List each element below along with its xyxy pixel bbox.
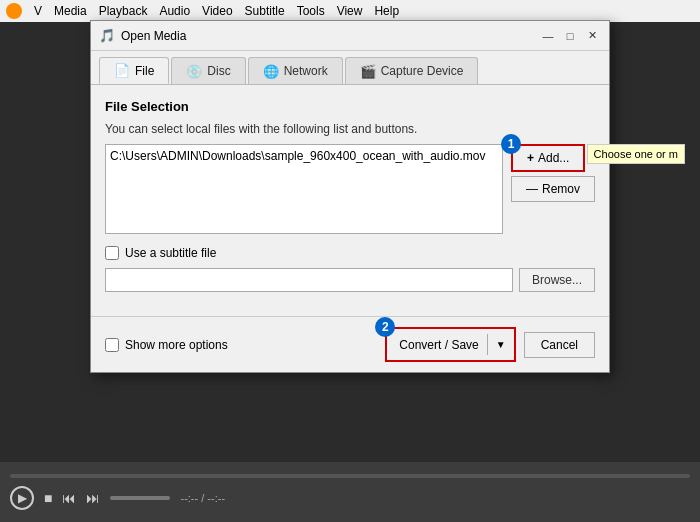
- browse-button[interactable]: Browse...: [519, 268, 595, 292]
- file-list-box[interactable]: C:\Users\ADMIN\Downloads\sample_960x400_…: [105, 144, 503, 234]
- remove-button-label: Remov: [542, 182, 580, 196]
- maximize-button[interactable]: □: [561, 27, 579, 45]
- minimize-button[interactable]: —: [539, 27, 557, 45]
- bottom-buttons: 2 Convert / Save ▼ Cancel: [385, 327, 595, 362]
- tab-disc[interactable]: 💿 Disc: [171, 57, 245, 84]
- subtitle-file-input[interactable]: [105, 268, 513, 292]
- tab-network[interactable]: 🌐 Network: [248, 57, 343, 84]
- add-button[interactable]: Add...: [511, 144, 585, 172]
- badge-1: 1: [501, 134, 521, 154]
- dialog-overlay: 🎵 Open Media — □ ✕ 📄 File 💿 Disc 🌐 Netwo…: [0, 0, 700, 522]
- file-entry: C:\Users\ADMIN\Downloads\sample_960x400_…: [110, 149, 498, 163]
- stop-button[interactable]: ■: [44, 490, 52, 506]
- next-button[interactable]: ⏭: [86, 490, 100, 506]
- convert-save-dropdown-arrow[interactable]: ▼: [487, 334, 514, 355]
- vlc-player-controls: ▶ ■ ⏮ ⏭ --:-- / --:--: [0, 462, 700, 522]
- add-btn-wrapper: 1 Add... Choose one or m: [511, 144, 595, 172]
- tab-network-label: Network: [284, 64, 328, 78]
- network-tab-icon: 🌐: [263, 64, 279, 79]
- open-media-dialog: 🎵 Open Media — □ ✕ 📄 File 💿 Disc 🌐 Netwo…: [90, 20, 610, 373]
- subtitle-file-row: Browse...: [105, 268, 595, 292]
- show-more-row: Show more options: [105, 338, 228, 352]
- section-description: You can select local files with the foll…: [105, 122, 595, 136]
- vlc-progress-bar[interactable]: [10, 474, 690, 478]
- subtitle-label-text: Use a subtitle file: [125, 246, 216, 260]
- tab-file[interactable]: 📄 File: [99, 57, 169, 84]
- subtitle-checkbox[interactable]: [105, 246, 119, 260]
- file-tab-icon: 📄: [114, 63, 130, 78]
- tab-capture-label: Capture Device: [381, 64, 464, 78]
- remove-button[interactable]: Remov: [511, 176, 595, 202]
- disc-tab-icon: 💿: [186, 64, 202, 79]
- show-more-checkbox[interactable]: [105, 338, 119, 352]
- title-bar-controls: — □ ✕: [539, 27, 601, 45]
- convert-save-label: Convert / Save: [399, 338, 486, 352]
- tab-file-label: File: [135, 64, 154, 78]
- file-area: C:\Users\ADMIN\Downloads\sample_960x400_…: [105, 144, 595, 234]
- subtitle-checkbox-label[interactable]: Use a subtitle file: [105, 246, 216, 260]
- dialog-content: File Selection You can select local file…: [91, 84, 609, 316]
- capture-tab-icon: 🎬: [360, 64, 376, 79]
- dialog-title-icon: 🎵: [99, 28, 115, 44]
- volume-bar[interactable]: [110, 496, 170, 500]
- add-tooltip: Choose one or m: [587, 144, 685, 164]
- vlc-controls-row: ▶ ■ ⏮ ⏭ --:-- / --:--: [10, 486, 690, 510]
- close-button[interactable]: ✕: [583, 27, 601, 45]
- prev-button[interactable]: ⏮: [62, 490, 76, 506]
- convert-save-button[interactable]: Convert / Save ▼: [385, 327, 515, 362]
- dialog-title: Open Media: [121, 29, 539, 43]
- add-button-label: Add...: [538, 151, 569, 165]
- cancel-button[interactable]: Cancel: [524, 332, 595, 358]
- tab-disc-label: Disc: [207, 64, 230, 78]
- file-buttons: 1 Add... Choose one or m Remov: [511, 144, 595, 202]
- tab-capture[interactable]: 🎬 Capture Device: [345, 57, 479, 84]
- dialog-titlebar[interactable]: 🎵 Open Media — □ ✕: [91, 21, 609, 51]
- play-button[interactable]: ▶: [10, 486, 34, 510]
- bottom-bar: Show more options 2 Convert / Save ▼ Can…: [91, 316, 609, 372]
- subtitle-row: Use a subtitle file: [105, 246, 595, 260]
- section-title: File Selection: [105, 99, 595, 114]
- tab-bar: 📄 File 💿 Disc 🌐 Network 🎬 Capture Device: [91, 51, 609, 84]
- media-icon: 🎵: [99, 28, 115, 43]
- show-more-label[interactable]: Show more options: [105, 338, 228, 352]
- show-more-text: Show more options: [125, 338, 228, 352]
- time-display: --:-- / --:--: [180, 492, 225, 504]
